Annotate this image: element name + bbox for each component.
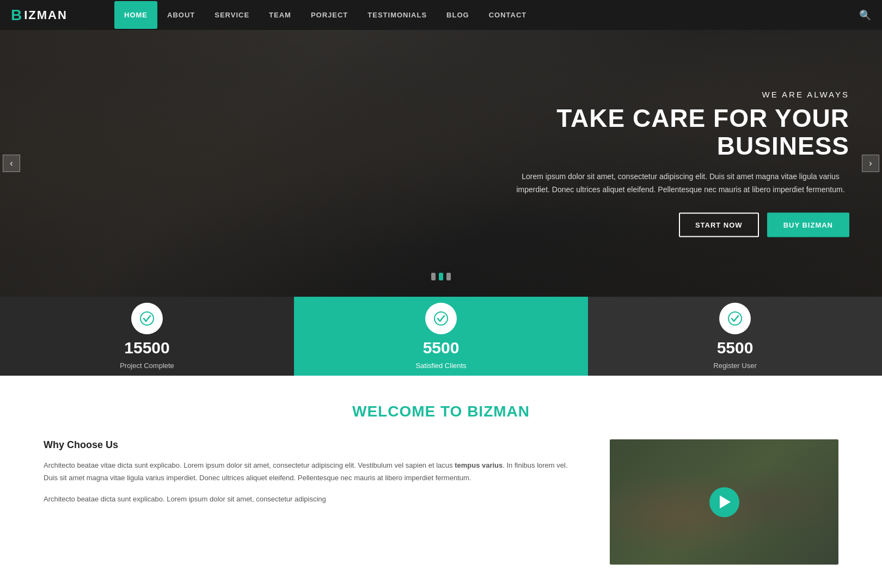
stat-users-label: Register User — [713, 362, 756, 370]
hero-title: TAKE CARE FOR YOUR BUSINESS — [512, 105, 849, 160]
welcome-heading: WELCOME TO BIZMAN — [44, 403, 838, 420]
stat-projects-icon — [131, 303, 163, 334]
logo-b-letter: B — [11, 7, 23, 24]
nav-item-home[interactable]: HOME — [114, 1, 157, 29]
welcome-heading-plain: WELCOME TO — [352, 403, 467, 420]
stat-projects-label: Project Complete — [120, 362, 174, 370]
nav-item-porject[interactable]: PORJECT — [301, 1, 358, 29]
nav-item-blog[interactable]: BLOG — [437, 1, 479, 29]
stat-clients: 5500 Satisfied Clients — [294, 297, 588, 376]
slide-dot-3[interactable] — [446, 273, 451, 280]
stat-clients-number: 5500 — [423, 339, 460, 357]
stat-clients-icon — [425, 303, 457, 334]
stat-projects-number: 15500 — [124, 339, 169, 357]
slider-next-button[interactable]: › — [862, 155, 879, 172]
hero-buttons: START NOW BUY BIZMAN — [512, 212, 849, 237]
why-choose-para2: Architecto beatae dicta sunt explicabo. … — [44, 493, 583, 505]
welcome-text: Why Choose Us Architecto beatae vitae di… — [44, 439, 583, 513]
nav-item-contact[interactable]: CONTACT — [479, 1, 537, 29]
welcome-heading-brand: BIZMAN — [467, 403, 530, 420]
welcome-content: Why Choose Us Architecto beatae vitae di… — [44, 439, 838, 565]
logo[interactable]: B IZMAN — [11, 7, 98, 24]
slide-dot-2[interactable] — [439, 273, 443, 280]
play-button[interactable] — [709, 487, 739, 517]
search-icon[interactable]: 🔍 — [859, 9, 871, 21]
stat-users-icon — [719, 303, 751, 334]
slider-prev-button[interactable]: ‹ — [3, 155, 20, 172]
why-choose-title: Why Choose Us — [44, 439, 583, 451]
logo-text: IZMAN — [24, 8, 68, 22]
checkmark-clients-icon — [434, 311, 448, 326]
stats-section: 15500 Project Complete 5500 Satisfied Cl… — [0, 297, 882, 376]
why-choose-para1: Architecto beatae vitae dicta sunt expli… — [44, 459, 583, 485]
svg-point-1 — [434, 312, 448, 325]
nav-links: HOME ABOUT SERVICE TEAM PORJECT TESTIMON… — [114, 1, 854, 29]
start-now-button[interactable]: START NOW — [679, 212, 759, 237]
slide-dot-1[interactable] — [431, 273, 436, 280]
nav-item-testimonials[interactable]: TESTIMONIALS — [358, 1, 437, 29]
nav-item-about[interactable]: ABOUT — [157, 1, 205, 29]
hero-content: WE ARE ALWAYS TAKE CARE FOR YOUR BUSINES… — [512, 90, 849, 237]
slide-indicator — [431, 273, 451, 280]
checkmark-users-icon — [728, 311, 742, 326]
svg-point-2 — [728, 312, 742, 325]
stat-users-number: 5500 — [717, 339, 754, 357]
welcome-video-thumbnail[interactable] — [610, 439, 838, 565]
checkmark-icon — [140, 311, 154, 326]
navbar: B IZMAN HOME ABOUT SERVICE TEAM PORJECT … — [0, 0, 882, 30]
hero-subtitle: WE ARE ALWAYS — [512, 90, 849, 99]
welcome-section: WELCOME TO BIZMAN Why Choose Us Architec… — [0, 376, 882, 581]
hero-description: Lorem ipsum dolor sit amet, consectetur … — [512, 170, 849, 197]
buy-bizman-button[interactable]: BUY BIZMAN — [767, 212, 849, 237]
stat-clients-label: Satisfied Clients — [415, 362, 466, 370]
nav-item-team[interactable]: TEAM — [259, 1, 301, 29]
svg-point-0 — [140, 312, 154, 325]
stat-projects: 15500 Project Complete — [0, 297, 294, 376]
play-icon — [720, 495, 731, 509]
hero-section: ‹ WE ARE ALWAYS TAKE CARE FOR YOUR BUSIN… — [0, 30, 882, 297]
nav-item-service[interactable]: SERVICE — [205, 1, 259, 29]
stat-users: 5500 Register User — [588, 297, 882, 376]
